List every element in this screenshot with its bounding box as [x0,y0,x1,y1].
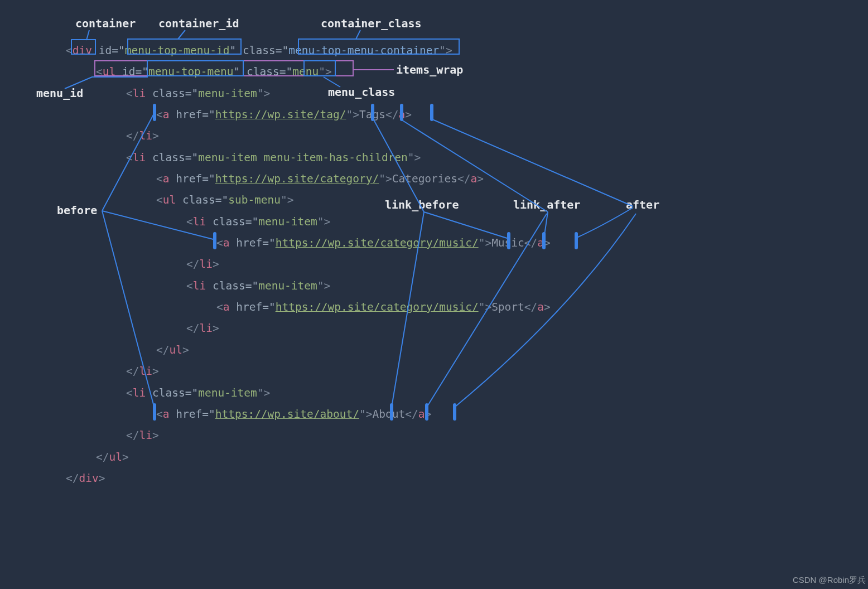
code-line-7: <a href="https://wp.site/category/">Cate… [156,168,484,190]
label-link-before: link_before [385,198,459,211]
code-line-11: </li> [186,254,219,275]
label-link-after: link_after [513,198,580,211]
code-line-9: <li class="menu-item"> [186,211,330,233]
code-line-3: <li class="menu-item"> [126,83,270,104]
label-menu-id: menu_id [36,86,83,100]
code-line-17: <li class="menu-item"> [126,383,270,404]
label-menu-class: menu_class [328,85,395,99]
code-line-13: <a href="https://wp.site/category/music/… [216,297,551,318]
label-items-wrap: items_wrap [396,63,463,76]
watermark: CSDN @Robin罗兵 [793,575,866,586]
code-line-16: </li> [126,361,159,382]
code-line-14: </li> [186,318,219,339]
code-line-18: <a href="https://wp.site/about/">About</… [156,404,431,425]
code-line-12: <li class="menu-item"> [186,276,330,297]
code-line-15: </ul> [156,340,189,361]
label-before: before [57,204,97,217]
code-line-19: </li> [126,425,159,446]
label-container-id: container_id [158,17,239,30]
code-line-4: <a href="https://wp.site/tag/">Tags</a> [156,104,412,125]
label-after: after [626,198,659,211]
label-container: container [75,17,136,30]
code-line-1: <div id="menu-top-menu-id" class="menu-t… [66,40,452,61]
code-line-21: </div> [66,468,105,489]
code-line-8: <ul class="sub-menu"> [156,190,294,211]
code-line-5: </li> [126,125,159,147]
code-line-20: </ul> [96,447,129,468]
code-line-2: <ul id="menu-top-menu" class="menu"> [96,61,332,83]
label-container-class: container_class [321,17,422,30]
code-line-10: <a href="https://wp.site/category/music/… [216,233,551,254]
code-line-6: <li class="menu-item menu-item-has-child… [126,147,421,168]
